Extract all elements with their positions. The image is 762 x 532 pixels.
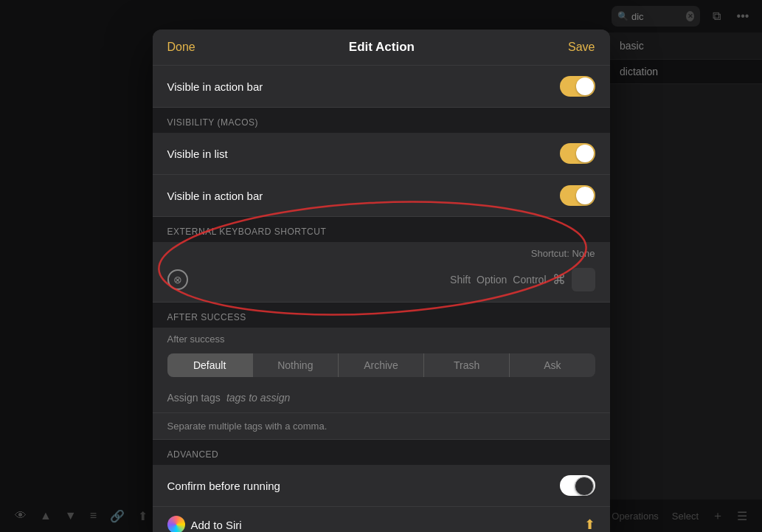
tags-note-text: Separate multiple tags with a comma.	[167, 421, 328, 432]
after-success-section-header: AFTER SUCCESS	[153, 303, 610, 328]
advanced-header-text: ADVANCED	[167, 449, 219, 460]
visibility-macos-header-text: VISIBILITY (MACOS)	[167, 117, 258, 128]
visible-list-toggle[interactable]	[560, 143, 595, 164]
visible-list-row: Visible in list	[153, 133, 610, 175]
cmd-symbol: ⌘	[553, 272, 566, 288]
shift-key-label[interactable]: Shift	[450, 274, 471, 286]
option-key-label[interactable]: Option	[477, 274, 507, 286]
visible-action-bar-row-macos: Visible in action bar	[153, 175, 610, 217]
visible-action-bar-label-macos: Visible in action bar	[167, 190, 263, 202]
add-siri-left: Add to Siri	[167, 516, 242, 532]
visibility-macos-section: Visible in list Visible in action bar	[153, 133, 610, 217]
shortcut-keys-list: Shift Option Control ⌘	[195, 268, 595, 291]
archive-button[interactable]: Archive	[339, 353, 424, 377]
visible-action-bar-toggle-macos[interactable]	[560, 185, 595, 206]
nothing-button[interactable]: Nothing	[253, 353, 339, 377]
confirm-before-running-row: Confirm before running	[153, 465, 610, 506]
control-key-label[interactable]: Control	[513, 274, 546, 286]
assign-tags-key: Assign tags	[167, 392, 221, 404]
confirm-toggle[interactable]	[560, 475, 595, 496]
tags-note-row: Separate multiple tags with a comma.	[153, 413, 610, 440]
trash-button[interactable]: Trash	[424, 353, 510, 377]
modal-title: Edit Action	[349, 40, 415, 55]
visible-list-label: Visible in list	[167, 148, 228, 160]
visible-action-bar-row-ios: Visible in action bar	[153, 66, 610, 108]
after-success-section: After success Default Nothing Archive Tr…	[153, 328, 610, 506]
share-button[interactable]: ⬆	[584, 517, 595, 532]
shortcut-clear-button[interactable]: ⊗	[167, 269, 188, 290]
after-success-label: After success	[167, 334, 225, 345]
siri-icon	[167, 516, 185, 532]
save-button[interactable]: Save	[568, 41, 595, 54]
confirm-label: Confirm before running	[167, 480, 280, 492]
visibility-macos-section-header: VISIBILITY (MACOS)	[153, 108, 610, 133]
add-to-siri-bar: Add to Siri ⬆	[153, 506, 610, 532]
visible-action-bar-toggle-ios[interactable]	[560, 76, 595, 97]
shortcut-info-row: Shortcut: None	[153, 242, 610, 262]
edit-action-modal: Done Edit Action Save Visible in action …	[153, 30, 610, 532]
default-button[interactable]: Default	[167, 353, 253, 377]
shortcut-info-text: Shortcut: None	[531, 248, 595, 259]
add-siri-label[interactable]: Add to Siri	[191, 519, 242, 531]
keyboard-shortcut-header-text: EXTERNAL KEYBOARD SHORTCUT	[167, 227, 327, 237]
advanced-section-header: ADVANCED	[153, 440, 610, 465]
ask-button[interactable]: Ask	[510, 353, 595, 377]
assign-tags-value[interactable]: tags to assign	[226, 392, 290, 404]
modal-header: Done Edit Action Save	[153, 30, 610, 66]
visible-action-bar-label-ios: Visible in action bar	[167, 80, 263, 93]
after-success-segmented: Default Nothing Archive Trash Ask	[167, 353, 595, 377]
after-success-header-text: AFTER SUCCESS	[167, 312, 246, 322]
keyboard-shortcut-section-header: EXTERNAL KEYBOARD SHORTCUT	[153, 217, 610, 242]
modal-overlay: Done Edit Action Save Visible in action …	[0, 0, 762, 532]
shortcut-key-box[interactable]	[572, 268, 595, 291]
shortcut-keys-row: ⊗ Shift Option Control ⌘	[153, 262, 610, 303]
after-success-label-row: After success	[153, 328, 610, 348]
assign-tags-row: Assign tags tags to assign	[153, 383, 610, 413]
keyboard-shortcut-section: Shortcut: None ⊗ Shift Option Control ⌘	[153, 242, 610, 303]
done-button[interactable]: Done	[167, 41, 195, 54]
